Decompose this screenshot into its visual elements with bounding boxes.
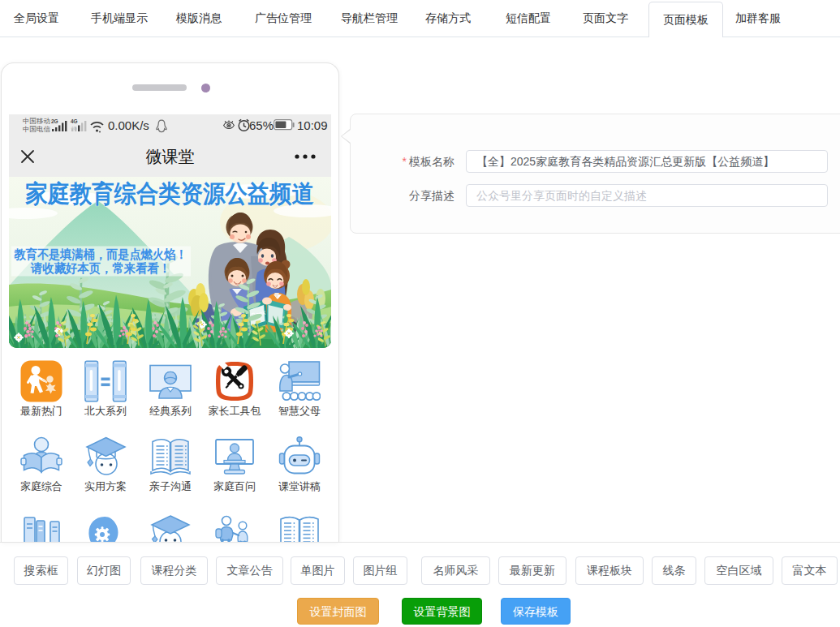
svg-text:4G: 4G bbox=[71, 118, 78, 124]
svg-text:请收藏好本页，常来看看！: 请收藏好本页，常来看看！ bbox=[30, 261, 170, 275]
svg-text:2G: 2G bbox=[51, 118, 58, 124]
svg-text:教育不是填满桶，而是点燃火焰！: 教育不是填满桶，而是点燃火焰！ bbox=[14, 247, 187, 262]
svg-text:家庭教育综合类资源公益频道: 家庭教育综合类资源公益频道 bbox=[25, 180, 314, 207]
